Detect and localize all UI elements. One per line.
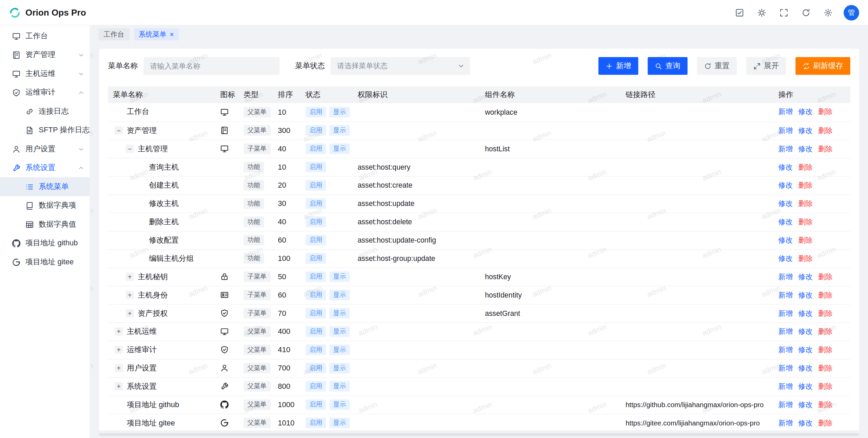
- sidebar-item-workbench[interactable]: 工作台: [0, 26, 90, 45]
- row-action-edit[interactable]: 修改: [798, 382, 812, 390]
- expand-row-toggle[interactable]: +: [115, 346, 123, 354]
- sidebar-item-dict-values[interactable]: 数据字典值: [0, 215, 90, 234]
- expand-row-toggle[interactable]: +: [126, 309, 134, 317]
- sidebar-item-label: 数据字典项: [39, 201, 76, 210]
- row-action-edit[interactable]: 修改: [778, 199, 793, 207]
- row-action-edit[interactable]: 修改: [778, 181, 793, 189]
- row-action-add[interactable]: 新增: [778, 144, 793, 152]
- row-action-delete[interactable]: 删除: [798, 181, 812, 189]
- row-action-edit[interactable]: 修改: [798, 108, 812, 116]
- tab-workbench[interactable]: 工作台: [99, 28, 130, 40]
- avatar[interactable]: 管: [844, 5, 859, 20]
- menu-status-select[interactable]: 请选择菜单状态: [331, 57, 470, 75]
- menu-type-cell: 功能: [239, 176, 273, 194]
- row-action-delete[interactable]: 删除: [818, 144, 832, 152]
- expand-row-toggle[interactable]: +: [115, 382, 123, 391]
- refresh-cache-button[interactable]: 刷新缓存: [795, 57, 850, 75]
- row-action-add[interactable]: 新增: [778, 382, 793, 390]
- row-action-delete[interactable]: 删除: [818, 108, 832, 116]
- type-tag: 功能: [243, 198, 264, 209]
- row-action-delete[interactable]: 删除: [818, 400, 832, 408]
- row-action-delete[interactable]: 删除: [818, 327, 832, 335]
- sidebar-item-connect-log[interactable]: 连接日志: [0, 102, 90, 121]
- expand-row-toggle[interactable]: +: [126, 272, 134, 281]
- row-action-edit[interactable]: 修改: [778, 254, 793, 262]
- collapse-row-toggle[interactable]: −: [126, 145, 134, 153]
- type-tag: 父菜单: [243, 363, 270, 373]
- query-button[interactable]: 查询: [648, 57, 688, 75]
- row-action-delete[interactable]: 删除: [798, 236, 812, 244]
- expand-row-toggle[interactable]: +: [115, 327, 123, 336]
- menu-icon-cell: [215, 322, 239, 341]
- row-action-edit[interactable]: 修改: [798, 345, 812, 354]
- sidebar-item-label: 项目地址 github: [25, 238, 78, 248]
- row-action-delete[interactable]: 删除: [818, 418, 832, 426]
- menu-name-input[interactable]: [143, 57, 280, 75]
- select-mode-icon[interactable]: [732, 5, 747, 20]
- sidebar-item-project-gitee[interactable]: 项目地址 gitee: [0, 252, 90, 271]
- sidebar-item-system-menu[interactable]: 系统菜单: [0, 177, 90, 196]
- menu-sort-cell: 30: [273, 194, 301, 213]
- row-action-add[interactable]: 新增: [778, 126, 793, 134]
- row-action-add[interactable]: 新增: [778, 364, 793, 372]
- settings-icon[interactable]: [821, 5, 836, 20]
- sidebar-item-dict-keys[interactable]: 数据字典项: [0, 196, 90, 215]
- row-action-edit[interactable]: 修改: [778, 236, 793, 244]
- row-action-add[interactable]: 新增: [778, 272, 793, 280]
- row-action-add[interactable]: 新增: [778, 345, 793, 354]
- sidebar-item-sftp-log[interactable]: SFTP 操作日志: [0, 121, 90, 140]
- row-action-edit[interactable]: 修改: [798, 290, 812, 299]
- row-action-delete[interactable]: 删除: [798, 199, 812, 207]
- row-action-edit[interactable]: 修改: [778, 217, 793, 226]
- expand-button[interactable]: 展开: [746, 57, 786, 75]
- permission-cell: [353, 396, 480, 414]
- row-action-edit[interactable]: 修改: [798, 272, 812, 280]
- row-action-delete[interactable]: 删除: [818, 309, 832, 317]
- row-action-delete[interactable]: 删除: [818, 290, 832, 299]
- expand-row-toggle[interactable]: +: [126, 291, 134, 299]
- row-action-edit[interactable]: 修改: [798, 400, 812, 408]
- row-action-add[interactable]: 新增: [778, 418, 793, 426]
- horizontal-scrollbar[interactable]: [99, 433, 859, 436]
- row-action-edit[interactable]: 修改: [798, 126, 812, 134]
- row-action-delete[interactable]: 删除: [818, 364, 832, 372]
- row-action-edit[interactable]: 修改: [798, 144, 812, 152]
- reload-icon[interactable]: [798, 5, 814, 20]
- menu-type-cell: 功能: [239, 249, 273, 268]
- row-action-delete[interactable]: 删除: [798, 254, 812, 262]
- sidebar-item-system-settings[interactable]: 系统设置: [0, 158, 90, 177]
- sidebar-item-user-settings[interactable]: 用户设置: [0, 139, 90, 158]
- sidebar-item-ops-audit[interactable]: 运维审计: [0, 83, 90, 102]
- menu-name-cell: 编辑主机分组: [108, 249, 215, 268]
- chevron-up-icon: [78, 165, 84, 171]
- row-action-delete[interactable]: 删除: [818, 345, 832, 354]
- row-action-delete[interactable]: 删除: [818, 382, 832, 390]
- row-action-add[interactable]: 新增: [778, 400, 793, 408]
- tab-system-menu[interactable]: 系统菜单×: [134, 28, 179, 40]
- expand-row-toggle[interactable]: +: [115, 364, 123, 372]
- collapse-row-toggle[interactable]: −: [115, 126, 123, 134]
- add-button[interactable]: 新增: [598, 57, 638, 75]
- row-action-edit[interactable]: 修改: [798, 418, 812, 426]
- fullscreen-icon[interactable]: [776, 5, 792, 20]
- row-action-delete[interactable]: 删除: [818, 126, 832, 134]
- sidebar-item-asset-management[interactable]: 资产管理: [0, 45, 90, 64]
- row-action-add[interactable]: 新增: [778, 327, 793, 335]
- expand-icon: [753, 62, 761, 70]
- row-action-edit[interactable]: 修改: [778, 163, 793, 171]
- sidebar-item-project-github[interactable]: 项目地址 github: [0, 234, 90, 253]
- row-action-edit[interactable]: 修改: [798, 364, 812, 372]
- row-action-add[interactable]: 新增: [778, 290, 793, 299]
- theme-icon[interactable]: [754, 5, 770, 20]
- sidebar-item-host-ops[interactable]: 主机运维: [0, 64, 90, 83]
- row-action-delete[interactable]: 删除: [818, 272, 832, 280]
- reset-button[interactable]: 重置: [697, 57, 737, 75]
- row-action-add[interactable]: 新增: [778, 309, 793, 317]
- row-action-edit[interactable]: 修改: [798, 309, 812, 317]
- row-action-edit[interactable]: 修改: [798, 327, 812, 335]
- reset-button-label: 重置: [715, 61, 730, 71]
- row-action-add[interactable]: 新增: [778, 108, 793, 116]
- row-action-delete[interactable]: 删除: [798, 163, 812, 171]
- tab-close-icon[interactable]: ×: [170, 31, 174, 38]
- row-action-delete[interactable]: 删除: [798, 217, 812, 226]
